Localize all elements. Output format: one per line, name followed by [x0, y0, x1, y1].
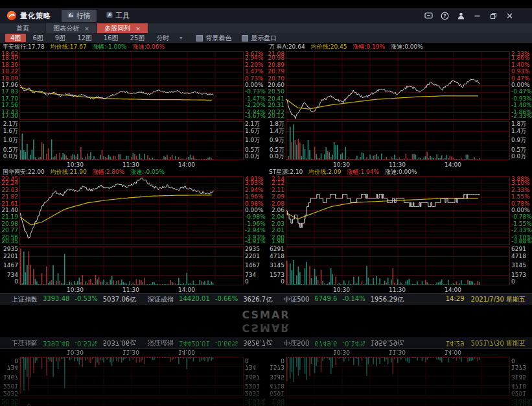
time-axis: 10:3011:3014:00	[0, 286, 266, 293]
minimize-icon[interactable]	[473, 12, 481, 20]
layout-button-16图[interactable]: 16图	[98, 34, 124, 42]
time-label: 11:30	[122, 161, 139, 168]
volume-axis-label-left: 6291	[268, 246, 284, 252]
pct-axis-label-right: 0.47%	[511, 76, 531, 81]
tab-label: 多股同列	[104, 24, 130, 33]
checkbox-背景着色[interactable]: 背景着色	[196, 34, 231, 43]
title-bar: 量化策略 行情工具 ?	[0, 8, 532, 23]
price-axis-label-left: 20.98	[268, 55, 284, 60]
index-上证指数: 上证指数3393.48-0.53%5037.06亿	[12, 295, 136, 304]
checkbox-box[interactable]	[196, 35, 203, 42]
chart-panel-0[interactable]: 平安银行:17.78均价线:17.67涨幅:-1.00%涨速:0.06%18.6…	[0, 43, 266, 168]
price-axis-label-left: 22.24	[1, 180, 18, 185]
user-icon[interactable]	[457, 12, 465, 20]
tab-close-icon[interactable]: ×	[135, 25, 141, 32]
volume-axis-label-right: 0.0万	[511, 154, 531, 159]
chart-grid: 平安银行:17.78均价线:17.67涨幅:-1.00%涨速:0.06%18.6…	[0, 43, 532, 293]
tab-图表分析[interactable]: 图表分析×	[46, 23, 97, 33]
volume-axis-label-left: 2201	[1, 254, 18, 259]
volume-axis-label-left: 0	[268, 279, 284, 284]
change-pct-label: 涨幅:0.19%	[353, 43, 385, 51]
tab-bar: 首页图表分析×多股同列×	[0, 23, 532, 33]
index-name: 上证指数	[12, 295, 38, 304]
price-axis-label-left: 1.98	[268, 239, 284, 244]
checkbox-box[interactable]	[242, 35, 248, 42]
pct-axis-label-right: -0.73%	[245, 89, 264, 94]
pct-axis-label-right: -1.47%	[245, 96, 264, 101]
menu-item-工具[interactable]: 工具	[100, 10, 135, 22]
pct-axis-label-right: 0.00%	[245, 82, 264, 88]
chart-header: 万 科A:20.64均价线:20.45涨幅:0.19%涨速:0.00%	[266, 43, 532, 51]
layout-button-9图[interactable]: 9图	[50, 34, 71, 42]
menu-item-行情[interactable]: 行情	[62, 10, 97, 22]
layout-button-12图[interactable]: 12图	[72, 34, 97, 42]
tab-label: 图表分析	[53, 24, 79, 33]
status-time: 14:29	[446, 295, 465, 304]
layout-button-25图[interactable]: 25图	[125, 34, 150, 42]
avg-price-label: 均价线:17.67	[51, 43, 87, 51]
chart-panel-2[interactable]: 国华网安:22.00均价线:21.90涨幅:2.80%涨速:-0.05%22.4…	[0, 168, 266, 293]
layout-dropdown-caret[interactable]: ▾	[176, 35, 186, 41]
volume-axis-label-left: 4718	[268, 254, 284, 259]
price-axis-label-left: 2.09	[268, 194, 284, 199]
volume-axis-label-right: 0	[245, 279, 264, 284]
help-icon[interactable]: ?	[441, 12, 449, 20]
price-axis-label-left: 20.41	[268, 96, 284, 101]
index-value: 14420.01	[179, 295, 210, 304]
volume-axis-label-right: 1467	[245, 263, 264, 268]
avg-price-label: 均价线:20.45	[311, 43, 347, 51]
tab-多股同列[interactable]: 多股同列×	[97, 23, 148, 33]
price-axis-label-left: 17.70	[1, 96, 18, 101]
price-axis-label-left: 20.79	[268, 69, 284, 74]
volume-axis-label-left: 0	[1, 279, 18, 284]
checkbox-显示盘口[interactable]: 显示盘口	[242, 34, 277, 43]
change-speed-label: 涨速:-0.05%	[130, 168, 165, 176]
price-axis-label-left: 2.12	[268, 180, 284, 185]
menu-bar: 行情工具	[62, 10, 135, 22]
price-axis-label-left: 2.01	[268, 228, 284, 233]
price-axis-label-left: 17.56	[1, 102, 18, 108]
chart-plot[interactable]: 2.143.88%2.123.10%2.112.33%2.091.55%2.08…	[266, 176, 532, 286]
pct-axis-label-right: -2.33%	[511, 113, 531, 119]
tab-close-icon[interactable]: ×	[84, 25, 89, 32]
menu-label: 工具	[115, 11, 130, 21]
time-label: 10:30	[67, 161, 84, 168]
time-label: 11:30	[389, 287, 406, 293]
volume-axis-label-left: 734	[1, 272, 18, 278]
pct-axis-label-right: -3.67%	[245, 113, 264, 119]
chart-panel-1[interactable]: 万 科A:20.64均价线:20.45涨幅:0.19%涨速:0.00%21.08…	[266, 43, 532, 168]
chart-plot[interactable]: 21.082.33%20.981.86%20.891.40%20.790.93%…	[266, 51, 532, 161]
volume-axis-label-right: 1.6万	[245, 128, 264, 134]
change-pct-label: 涨幅:2.80%	[93, 168, 125, 176]
pct-axis-label-right: 3.93%	[245, 180, 264, 185]
chart-plot[interactable]: 22.454.91%22.243.93%22.032.94%21.821.96%…	[0, 176, 266, 286]
layout-button-分时[interactable]: 分时	[151, 34, 174, 42]
chart-header: 国华网安:22.00均价线:21.90涨幅:2.80%涨速:-0.05%	[0, 168, 266, 176]
close-icon[interactable]	[505, 12, 514, 20]
screen-icon[interactable]	[424, 12, 433, 20]
pct-axis-label-right: 3.10%	[511, 180, 531, 185]
price-axis-label-left: 20.98	[1, 221, 18, 226]
layout-button-6图[interactable]: 6图	[27, 34, 48, 42]
layout-button-4图[interactable]: 4图	[5, 34, 26, 42]
price-axis-label-left: 2.06	[268, 208, 284, 213]
volume-chart-svg	[286, 121, 510, 160]
chart-header: ST星源:2.10均价线:2.09涨幅:1.94%涨速:0.00%	[266, 168, 532, 176]
volume-axis-label-right: 0.5万	[245, 147, 264, 152]
volume-chart-svg	[19, 246, 244, 285]
tab-首页[interactable]: 首页	[0, 23, 46, 33]
pct-axis-label-right: -0.93%	[511, 96, 531, 101]
index-深证成指: 深证成指14420.01-0.66%3626.7亿	[148, 295, 272, 304]
watermark-zone: CSMAR CSMAR	[0, 305, 532, 337]
chart-plot[interactable]: 18.623.67%18.492.94%18.362.20%18.221.47%…	[0, 51, 266, 161]
restore-icon[interactable]	[489, 12, 498, 20]
time-label: 10:30	[333, 287, 350, 293]
price-axis-label-left: 21.61	[1, 201, 18, 206]
price-axis-label-left: 21.40	[1, 208, 18, 213]
pct-axis-label-right: 0.73%	[245, 76, 264, 81]
chart-panel-3[interactable]: ST星源:2.10均价线:2.09涨幅:1.94%涨速:0.00%2.143.8…	[266, 168, 532, 293]
pct-axis-label-right: 0.00%	[511, 82, 531, 88]
change-speed-label: 涨速:0.06%	[133, 43, 165, 51]
price-axis-label-left: 20.50	[268, 89, 284, 94]
time-label: 11:30	[122, 287, 139, 293]
